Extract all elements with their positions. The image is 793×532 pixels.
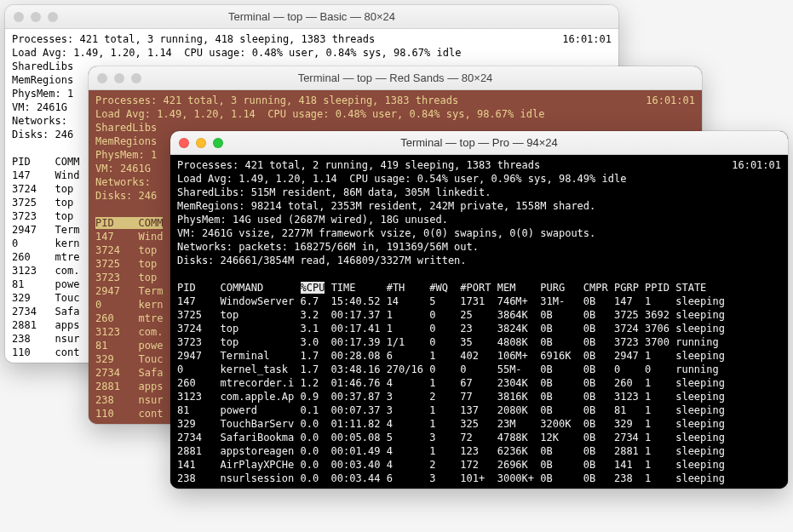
titlebar[interactable]: Terminal — top — Red Sands — 80×24	[89, 66, 702, 90]
table-row: 0 kernel_task 1.7 03:48.16 270/16 0 0 55…	[177, 363, 719, 375]
sharedlibs-line: SharedLibs	[95, 122, 157, 134]
table-row: 2734 Safa	[95, 367, 163, 379]
table-row: 0 kern	[95, 299, 163, 311]
table-row: 147 Wind	[95, 231, 163, 243]
networks-line: Networks:	[12, 115, 67, 127]
table-row: 260 mtre	[12, 251, 79, 263]
processes-line: Processes: 421 total, 2 running, 419 sle…	[177, 158, 540, 172]
memregions-line: MemRegions	[95, 135, 157, 147]
table-row: 2734 Safa	[12, 306, 79, 317]
table-row: 2881 apps	[12, 319, 79, 331]
vm-line: VM: 2461G	[12, 101, 67, 113]
table-row: 2734 SafariBookma 0.0 00:05.08 5 3 72 47…	[177, 432, 725, 443]
minimize-icon[interactable]	[196, 138, 206, 148]
table-row: 3725 top	[95, 258, 157, 270]
table-row: 3725 top	[12, 197, 73, 209]
terminal-window-pro[interactable]: Terminal — top — Pro — 94×24 Processes: …	[170, 131, 788, 489]
close-icon[interactable]	[179, 138, 189, 148]
vm-line: VM: 2461G vsize, 2277M framework vsize, …	[177, 227, 595, 239]
col-before: PID COMMAND	[177, 282, 301, 294]
disks-line: Disks: 246	[12, 129, 73, 140]
table-row: 2947 Term	[95, 285, 163, 297]
processes-line: Processes: 421 total, 3 running, 418 sle…	[12, 32, 375, 46]
table-row: 141 AirPlayXPCHe 0.0 00:03.40 4 2 172 26…	[177, 459, 725, 471]
table-row: 2947 Term	[12, 224, 79, 236]
load-line: Load Avg: 1.49, 1.20, 1.14 CPU usage: 0.…	[95, 108, 544, 120]
time: 16:01:01	[562, 32, 612, 46]
table-row: 329 Touc	[95, 353, 163, 365]
column-headers: PID COMMAND %CPU TIME #TH #WQ #PORT MEM …	[177, 282, 706, 294]
time: 16:01:01	[646, 94, 695, 107]
networks-line: Networks:	[95, 176, 151, 188]
table-row: 238 nsur	[12, 333, 79, 345]
disks-line: Disks: 246661/3854M read, 146809/3327M w…	[177, 255, 467, 266]
table-row: 0 kern	[12, 237, 79, 249]
disks-line: Disks: 246	[95, 190, 157, 202]
zoom-icon[interactable]	[131, 73, 141, 83]
processes-line: Processes: 421 total, 3 running, 418 sle…	[95, 94, 458, 107]
physmem-line: PhysMem: 14G used (2687M wired), 18G unu…	[177, 214, 448, 226]
table-row: 147 Wind	[12, 169, 79, 181]
col-after: TIME #TH #WQ #PORT MEM PURG CMPR PGRP PP…	[325, 282, 706, 294]
table-row: 238 nsurlsession 0.0 00:03.44 6 3 101+ 3…	[177, 472, 725, 484]
table-row: 238 nsur	[95, 394, 163, 406]
sharedlibs-line: SharedLibs: 515M resident, 86M data, 305…	[177, 186, 491, 198]
table-row: 3724 top	[95, 244, 157, 256]
titlebar[interactable]: Terminal — top — Basic — 80×24	[5, 5, 618, 29]
table-row: 260 mtrecorder.i 1.2 01:46.76 4 1 67 230…	[177, 377, 725, 389]
table-row: 3123 com.apple.Ap 0.9 00:37.87 3 2 77 38…	[177, 391, 725, 403]
table-row: 3723 top	[95, 272, 157, 283]
table-row: 3725 top 3.2 00:17.37 1 0 25 3864K 0B 0B…	[177, 309, 725, 321]
window-title: Terminal — top — Basic — 80×24	[14, 10, 610, 23]
vm-line: VM: 2461G	[95, 163, 151, 174]
physmem-line: PhysMem: 1	[95, 149, 157, 161]
table-row: 3123 com.	[95, 326, 163, 338]
physmem-line: PhysMem: 1	[12, 88, 73, 100]
traffic-lights	[179, 138, 223, 148]
time: 16:01:01	[732, 158, 781, 172]
close-icon[interactable]	[14, 12, 24, 22]
traffic-lights	[97, 73, 141, 83]
titlebar[interactable]: Terminal — top — Pro — 94×24	[170, 131, 788, 155]
zoom-icon[interactable]	[213, 138, 223, 148]
table-row: 2881 apps	[95, 380, 163, 392]
table-row: 3723 top 3.0 00:17.39 1/1 0 35 4808K 0B …	[177, 336, 719, 348]
table-row: 81 powe	[12, 278, 79, 290]
minimize-icon[interactable]	[114, 73, 124, 83]
minimize-icon[interactable]	[31, 12, 41, 22]
terminal-content[interactable]: Processes: 421 total, 2 running, 419 sle…	[170, 155, 788, 489]
close-icon[interactable]	[97, 73, 107, 83]
table-row: 260 mtre	[95, 312, 163, 324]
table-row: 81 powe	[95, 340, 163, 352]
table-row: 81 powerd 0.1 00:07.37 3 1 137 2080K 0B …	[177, 404, 725, 416]
sharedlibs-line: SharedLibs	[12, 60, 73, 72]
window-title: Terminal — top — Red Sands — 80×24	[97, 72, 693, 84]
column-headers: PID COMM	[12, 156, 79, 168]
table-row: 3724 top 3.1 00:17.41 1 0 23 3824K 0B 0B…	[177, 323, 725, 335]
col-sort-cpu: %CPU	[301, 282, 325, 294]
memregions-line: MemRegions	[12, 74, 73, 86]
memregions-line: MemRegions: 98214 total, 2353M resident,…	[177, 200, 595, 212]
table-row: 147 WindowServer 6.7 15:40.52 14 5 1731 …	[177, 295, 725, 307]
table-row: 2947 Terminal 1.7 00:28.08 6 1 402 106M+…	[177, 350, 725, 362]
networks-line: Networks: packets: 168275/66M in, 191369…	[177, 241, 479, 253]
window-title: Terminal — top — Pro — 94×24	[179, 136, 779, 149]
table-row: 3723 top	[12, 210, 73, 222]
load-line: Load Avg: 1.49, 1.20, 1.14 CPU usage: 0.…	[177, 173, 626, 185]
table-row: 329 Touc	[12, 292, 79, 304]
column-headers: PID COMM	[95, 217, 163, 229]
traffic-lights	[14, 12, 58, 22]
load-line: Load Avg: 1.49, 1.20, 1.14 CPU usage: 0.…	[12, 47, 461, 59]
table-row: 329 TouchBarServ 0.0 01:11.82 4 1 325 23…	[177, 418, 725, 430]
table-row: 110 cont	[95, 408, 163, 420]
table-row: 110 cont	[12, 346, 79, 358]
table-row: 3724 top	[12, 183, 73, 195]
table-row: 2881 appstoreagen 0.0 00:01.49 4 1 123 6…	[177, 445, 725, 457]
table-row: 3123 com.	[12, 265, 79, 277]
zoom-icon[interactable]	[48, 12, 58, 22]
